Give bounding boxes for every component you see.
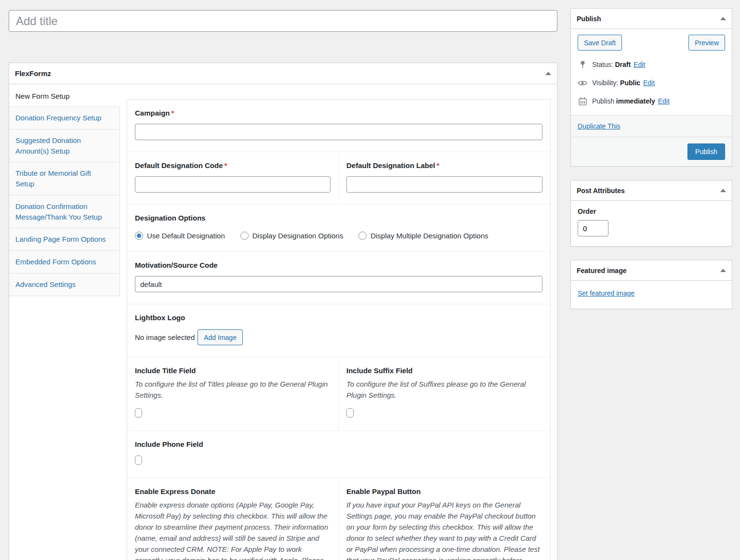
tab-donation-confirmation-message-setup[interactable]: Donation Confirmation Message/Thank You … [9, 195, 119, 229]
include-suffix-field-description: To configure the list of Suffixes please… [346, 378, 542, 401]
new-form-setup-panel: Campaign* Default Designation Code* Defa… [127, 99, 551, 560]
flexformz-tab-list: Donation Frequency Setup Suggested Donat… [9, 106, 120, 296]
visibility-value: Public [620, 79, 640, 87]
set-featured-image-link[interactable]: Set featured image [578, 289, 634, 297]
flexformz-body: New Form Setup Donation Frequency Setup … [9, 84, 557, 560]
include-phone-field-checkbox[interactable] [135, 456, 142, 465]
publish-title: Publish [577, 15, 601, 23]
publish-header: Publish [571, 9, 732, 29]
post-attributes-title: Post Attributes [577, 187, 625, 195]
default-designation-label-col: Default Designation Label* [339, 152, 550, 204]
edit-status-link[interactable]: Edit [634, 61, 645, 68]
radio-display-multiple-designation-options[interactable]: Display Multiple Designation Options [358, 232, 488, 240]
default-designation-label-input[interactable] [346, 176, 542, 193]
radio-selected-icon [135, 232, 143, 240]
featured-image-header: Featured image [571, 260, 732, 281]
include-suffix-field-checkbox[interactable] [346, 408, 354, 417]
flexformz-tab-column: New Form Setup Donation Frequency Setup … [9, 84, 120, 560]
post-attributes-body: Order [571, 201, 732, 246]
featured-image-metabox: Featured image Set featured image [570, 260, 732, 309]
order-label: Order [578, 208, 725, 215]
visibility-row: Visibility: Public Edit [571, 74, 732, 92]
express-paypal-row: Enable Express Donate Enable express don… [127, 478, 550, 560]
save-draft-button[interactable]: Save Draft [578, 35, 622, 51]
include-title-suffix-row: Include Title Field To configure the lis… [127, 357, 550, 431]
campaign-label: Campaign* [135, 109, 542, 117]
post-title-input[interactable] [9, 10, 557, 32]
default-designation-code-col: Default Designation Code* [127, 152, 339, 204]
designation-options-radio-group: Use Default Designation Display Designat… [135, 232, 542, 240]
edit-visibility-link[interactable]: Edit [643, 79, 655, 87]
campaign-input[interactable] [135, 124, 542, 140]
enable-paypal-button-col: Enable Paypal Button If you have input y… [339, 478, 550, 560]
include-title-field-checkbox[interactable] [135, 408, 142, 417]
edit-schedule-link[interactable]: Edit [658, 97, 670, 105]
designation-code-label-row: Default Designation Code* Default Design… [127, 152, 550, 205]
preview-button[interactable]: Preview [688, 35, 725, 51]
publish-major-actions: Publish [571, 137, 732, 166]
sidebar: Publish Save Draft Preview Status: [570, 8, 732, 560]
featured-image-body: Set featured image [571, 281, 732, 309]
duplicate-this-link[interactable]: Duplicate This [578, 122, 620, 130]
schedule-value: immediately [616, 97, 655, 105]
radio-display-designation-options[interactable]: Display Designation Options [240, 232, 343, 240]
no-image-selected-text: No image selected [135, 333, 195, 341]
lightbox-logo-label: Lightbox Logo [135, 313, 542, 322]
tab-suggested-donation-amounts-setup[interactable]: Suggested Donation Amount(s) Setup [9, 130, 119, 163]
radio-unselected-icon [240, 232, 249, 240]
default-designation-code-label: Default Designation Code* [135, 161, 330, 169]
post-attributes-header: Post Attributes [571, 181, 732, 201]
enable-express-donate-label: Enable Express Donate [135, 487, 330, 495]
flexformz-title: FlexFormz [15, 69, 51, 78]
tab-new-form-setup[interactable]: New Form Setup [9, 84, 120, 106]
designation-options-label: Designation Options [135, 214, 542, 222]
enable-paypal-button-label: Enable Paypal Button [346, 487, 542, 495]
motivation-source-code-input[interactable] [135, 276, 542, 292]
eye-visibility-icon [578, 78, 587, 88]
required-asterisk: * [225, 161, 227, 169]
status-value: Draft [615, 61, 631, 68]
collapse-arrow-icon[interactable] [545, 72, 551, 75]
tab-tribute-or-memorial-gift-setup[interactable]: Tribute or Memorial Gift Setup [9, 162, 119, 195]
tab-advanced-settings[interactable]: Advanced Settings [9, 273, 119, 296]
tab-landing-page-form-options[interactable]: Landing Page Form Options [9, 228, 119, 251]
include-title-field-col: Include Title Field To configure the lis… [127, 357, 339, 430]
enable-express-donate-col: Enable Express Donate Enable express don… [127, 478, 339, 560]
include-phone-field-label: Include Phone Field [135, 440, 542, 448]
flexformz-metabox: FlexFormz New Form Setup Donation Freque… [9, 63, 557, 560]
required-asterisk: * [172, 109, 174, 117]
motivation-source-code-label: Motivation/Source Code [135, 261, 542, 269]
enable-paypal-button-description: If you have input your PayPal API keys o… [346, 499, 542, 560]
pin-status-icon [578, 60, 587, 69]
main-column: FlexFormz New Form Setup Donation Freque… [9, 8, 557, 560]
designation-options-section: Designation Options Use Default Designat… [127, 205, 550, 252]
post-attributes-metabox: Post Attributes Order [570, 180, 732, 247]
publish-misc-section: Status: Draft Edit Visibility: Pub [571, 55, 732, 115]
featured-image-title: Featured image [577, 267, 626, 274]
default-designation-code-input[interactable] [135, 176, 330, 193]
tab-embedded-form-options[interactable]: Embedded Form Options [9, 251, 119, 273]
status-row: Status: Draft Edit [571, 55, 732, 74]
collapse-arrow-icon[interactable] [720, 17, 726, 20]
add-image-button[interactable]: Add Image [198, 329, 243, 345]
radio-use-default-designation[interactable]: Use Default Designation [135, 232, 225, 240]
include-suffix-field-col: Include Suffix Field To configure the li… [339, 357, 550, 430]
radio-unselected-icon [358, 232, 367, 240]
schedule-text: Publish immediately Edit [592, 97, 670, 105]
enable-express-donate-description: Enable express donate options (Apple Pay… [135, 499, 330, 560]
collapse-arrow-icon[interactable] [720, 269, 726, 272]
tab-donation-frequency-setup[interactable]: Donation Frequency Setup [9, 107, 119, 130]
publish-minor-actions: Save Draft Preview [571, 29, 732, 55]
required-asterisk: * [436, 161, 439, 169]
campaign-section: Campaign* [127, 100, 550, 152]
calendar-icon [578, 96, 587, 106]
flexformz-header: FlexFormz [9, 63, 557, 84]
visibility-text: Visibility: Public Edit [592, 79, 655, 87]
page: FlexFormz New Form Setup Donation Freque… [0, 0, 740, 560]
publish-button[interactable]: Publish [687, 143, 725, 160]
publish-metabox: Publish Save Draft Preview Status: [570, 8, 732, 167]
collapse-arrow-icon[interactable] [720, 189, 726, 192]
schedule-row: Publish immediately Edit [571, 92, 732, 110]
order-input[interactable] [578, 220, 608, 236]
default-designation-label-label: Default Designation Label* [346, 161, 542, 169]
